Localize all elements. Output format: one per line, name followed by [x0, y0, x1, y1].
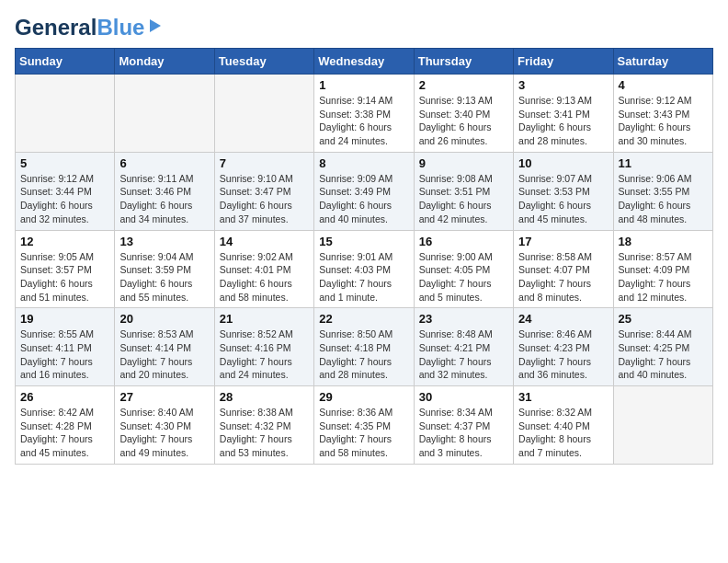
day-info: Sunrise: 8:42 AM Sunset: 4:28 PM Dayligh…: [20, 406, 109, 460]
calendar-header-row: SundayMondayTuesdayWednesdayThursdayFrid…: [16, 49, 713, 75]
day-info: Sunrise: 8:38 AM Sunset: 4:32 PM Dayligh…: [220, 406, 309, 460]
day-number: 29: [319, 390, 408, 404]
calendar-day: 1Sunrise: 9:14 AM Sunset: 3:38 PM Daylig…: [314, 75, 414, 153]
day-info: Sunrise: 8:53 AM Sunset: 4:14 PM Dayligh…: [119, 327, 209, 382]
day-number: 5: [20, 156, 109, 170]
day-number: 14: [220, 235, 309, 248]
day-info: Sunrise: 9:02 AM Sunset: 4:01 PM Dayligh…: [220, 250, 309, 304]
calendar-day: 10Sunrise: 9:07 AM Sunset: 3:53 PM Dayli…: [514, 152, 613, 230]
day-header-saturday: Saturday: [613, 49, 712, 75]
day-number: 3: [518, 78, 608, 92]
calendar-day: 6Sunrise: 9:11 AM Sunset: 3:46 PM Daylig…: [115, 152, 214, 230]
day-info: Sunrise: 8:34 AM Sunset: 4:37 PM Dayligh…: [419, 406, 508, 460]
day-number: 9: [419, 156, 508, 170]
day-info: Sunrise: 8:44 AM Sunset: 4:25 PM Dayligh…: [619, 327, 708, 382]
calendar-day: 24Sunrise: 8:46 AM Sunset: 4:23 PM Dayli…: [514, 308, 613, 386]
calendar-day: 13Sunrise: 9:04 AM Sunset: 3:59 PM Dayli…: [115, 230, 214, 308]
calendar-week-2: 5Sunrise: 9:12 AM Sunset: 3:44 PM Daylig…: [16, 152, 713, 230]
calendar-day: [214, 75, 313, 153]
day-info: Sunrise: 9:12 AM Sunset: 3:44 PM Dayligh…: [20, 172, 109, 226]
day-header-thursday: Thursday: [414, 49, 513, 75]
calendar-day: 14Sunrise: 9:02 AM Sunset: 4:01 PM Dayli…: [214, 230, 313, 308]
day-info: Sunrise: 9:13 AM Sunset: 3:41 PM Dayligh…: [518, 94, 608, 148]
day-number: 10: [518, 156, 608, 170]
day-info: Sunrise: 8:48 AM Sunset: 4:21 PM Dayligh…: [419, 327, 508, 382]
calendar-day: 8Sunrise: 9:09 AM Sunset: 3:49 PM Daylig…: [314, 152, 414, 230]
day-number: 4: [619, 78, 708, 92]
day-info: Sunrise: 9:05 AM Sunset: 3:57 PM Dayligh…: [20, 250, 109, 304]
day-info: Sunrise: 9:14 AM Sunset: 3:38 PM Dayligh…: [319, 94, 408, 148]
day-info: Sunrise: 9:01 AM Sunset: 4:03 PM Dayligh…: [319, 250, 408, 304]
day-info: Sunrise: 8:32 AM Sunset: 4:40 PM Dayligh…: [518, 406, 608, 460]
calendar-day: 30Sunrise: 8:34 AM Sunset: 4:37 PM Dayli…: [414, 386, 513, 465]
day-number: 31: [518, 390, 608, 404]
logo-general: General: [15, 15, 97, 40]
day-info: Sunrise: 8:57 AM Sunset: 4:09 PM Dayligh…: [619, 250, 708, 304]
calendar-day: 18Sunrise: 8:57 AM Sunset: 4:09 PM Dayli…: [613, 230, 712, 308]
calendar-day: 28Sunrise: 8:38 AM Sunset: 4:32 PM Dayli…: [214, 386, 313, 465]
calendar-day: 25Sunrise: 8:44 AM Sunset: 4:25 PM Dayli…: [613, 308, 712, 386]
day-number: 24: [518, 312, 608, 326]
calendar-day: 19Sunrise: 8:55 AM Sunset: 4:11 PM Dayli…: [16, 308, 115, 386]
logo-text: GeneralBlue: [15, 15, 144, 40]
day-number: 2: [419, 78, 508, 92]
day-info: Sunrise: 8:52 AM Sunset: 4:16 PM Dayligh…: [220, 327, 309, 382]
logo-icon: [150, 19, 161, 32]
calendar-week-4: 19Sunrise: 8:55 AM Sunset: 4:11 PM Dayli…: [16, 308, 713, 386]
day-number: 21: [220, 312, 309, 326]
day-number: 22: [319, 312, 408, 326]
day-header-friday: Friday: [514, 49, 613, 75]
logo-blue-text: Blue: [97, 15, 144, 40]
calendar-day: 7Sunrise: 9:10 AM Sunset: 3:47 PM Daylig…: [214, 152, 313, 230]
day-info: Sunrise: 8:50 AM Sunset: 4:18 PM Dayligh…: [319, 327, 408, 382]
calendar-day: [613, 386, 712, 465]
calendar-week-5: 26Sunrise: 8:42 AM Sunset: 4:28 PM Dayli…: [16, 386, 713, 465]
calendar-day: 29Sunrise: 8:36 AM Sunset: 4:35 PM Dayli…: [314, 386, 414, 465]
day-number: 25: [619, 312, 708, 326]
day-number: 26: [20, 390, 109, 404]
day-number: 18: [619, 235, 708, 248]
day-info: Sunrise: 9:00 AM Sunset: 4:05 PM Dayligh…: [419, 250, 508, 304]
day-info: Sunrise: 8:58 AM Sunset: 4:07 PM Dayligh…: [518, 250, 608, 304]
day-number: 13: [119, 235, 209, 248]
day-number: 28: [220, 390, 309, 404]
day-number: 7: [220, 156, 309, 170]
day-info: Sunrise: 9:11 AM Sunset: 3:46 PM Dayligh…: [119, 172, 209, 226]
day-info: Sunrise: 9:04 AM Sunset: 3:59 PM Dayligh…: [119, 250, 209, 304]
day-number: 27: [119, 390, 209, 404]
day-number: 1: [319, 78, 408, 92]
day-number: 20: [119, 312, 209, 326]
calendar-day: 4Sunrise: 9:12 AM Sunset: 3:43 PM Daylig…: [613, 75, 712, 153]
day-header-monday: Monday: [115, 49, 214, 75]
day-info: Sunrise: 9:09 AM Sunset: 3:49 PM Dayligh…: [319, 172, 408, 226]
day-number: 11: [619, 156, 708, 170]
day-header-wednesday: Wednesday: [314, 49, 414, 75]
page-header: GeneralBlue: [15, 15, 713, 40]
calendar-day: 12Sunrise: 9:05 AM Sunset: 3:57 PM Dayli…: [16, 230, 115, 308]
day-header-sunday: Sunday: [16, 49, 115, 75]
day-info: Sunrise: 9:10 AM Sunset: 3:47 PM Dayligh…: [220, 172, 309, 226]
calendar-week-1: 1Sunrise: 9:14 AM Sunset: 3:38 PM Daylig…: [16, 75, 713, 153]
day-number: 6: [119, 156, 209, 170]
day-header-tuesday: Tuesday: [214, 49, 313, 75]
calendar-day: 17Sunrise: 8:58 AM Sunset: 4:07 PM Dayli…: [514, 230, 613, 308]
calendar-day: 5Sunrise: 9:12 AM Sunset: 3:44 PM Daylig…: [16, 152, 115, 230]
calendar-day: 3Sunrise: 9:13 AM Sunset: 3:41 PM Daylig…: [514, 75, 613, 153]
day-info: Sunrise: 8:36 AM Sunset: 4:35 PM Dayligh…: [319, 406, 408, 460]
day-info: Sunrise: 9:12 AM Sunset: 3:43 PM Dayligh…: [619, 94, 708, 148]
day-info: Sunrise: 9:13 AM Sunset: 3:40 PM Dayligh…: [419, 94, 508, 148]
calendar-day: 21Sunrise: 8:52 AM Sunset: 4:16 PM Dayli…: [214, 308, 313, 386]
calendar-day: [16, 75, 115, 153]
logo: GeneralBlue: [15, 15, 161, 40]
calendar-day: 15Sunrise: 9:01 AM Sunset: 4:03 PM Dayli…: [314, 230, 414, 308]
day-number: 19: [20, 312, 109, 326]
calendar-day: 27Sunrise: 8:40 AM Sunset: 4:30 PM Dayli…: [115, 386, 214, 465]
day-number: 23: [419, 312, 508, 326]
calendar-day: 23Sunrise: 8:48 AM Sunset: 4:21 PM Dayli…: [414, 308, 513, 386]
calendar-day: 20Sunrise: 8:53 AM Sunset: 4:14 PM Dayli…: [115, 308, 214, 386]
calendar-day: 2Sunrise: 9:13 AM Sunset: 3:40 PM Daylig…: [414, 75, 513, 153]
day-number: 12: [20, 235, 109, 248]
calendar-day: 31Sunrise: 8:32 AM Sunset: 4:40 PM Dayli…: [514, 386, 613, 465]
day-info: Sunrise: 8:55 AM Sunset: 4:11 PM Dayligh…: [20, 327, 109, 382]
calendar-day: 16Sunrise: 9:00 AM Sunset: 4:05 PM Dayli…: [414, 230, 513, 308]
